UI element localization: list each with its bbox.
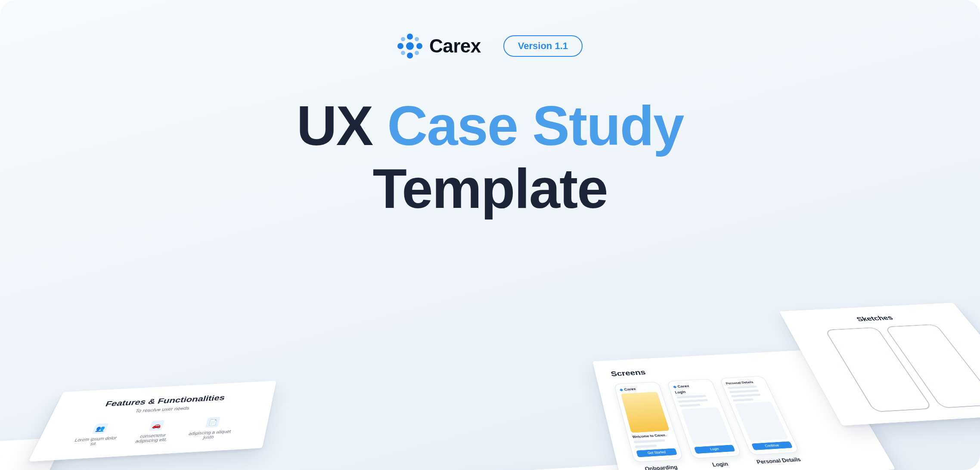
card-features: Features & Functionalities To resolve us…: [28, 380, 276, 461]
hero-line2: Template: [372, 157, 607, 220]
phone-caption: Login: [695, 460, 746, 469]
phone-cta: Get Started: [636, 448, 677, 457]
phone-headline: Personal Details: [726, 380, 763, 385]
feature-item: 🚗 consectetur adipiscing elit.: [129, 419, 180, 444]
car-icon: 🚗: [149, 420, 165, 431]
document-icon: 📄: [205, 417, 220, 428]
hero-line1-dark: UX: [297, 94, 388, 157]
phone-caption: Personal Details: [753, 457, 805, 465]
phone-brand: Carex: [619, 386, 656, 392]
users-icon: 👥: [92, 423, 109, 434]
phone-cta: Continue: [751, 441, 793, 450]
card-stage: g elit. Nunc sagittis entum. Features & …: [0, 186, 980, 470]
sketches-title: Sketches: [797, 312, 952, 326]
hero-title: UX Case Study Template: [297, 95, 684, 220]
feature-item: 👥 Lorem ipsum dolor sit.: [71, 422, 124, 447]
phone-headline: Login: [674, 389, 712, 394]
promo-frame: Carex Version 1.1 UX Case Study Template…: [0, 0, 980, 470]
feature-label: adipiscing a aliquet justo: [186, 429, 232, 441]
feature-label: Lorem ipsum dolor sit.: [71, 436, 118, 448]
phone-caption: Onboarding: [636, 464, 687, 470]
version-badge: Version 1.1: [503, 35, 583, 57]
phone-headline: Welcome to Carex.: [632, 433, 672, 439]
phone-mock: Carex Welcome to Carex. Get Started: [614, 382, 684, 463]
card-floor: g elit. Nunc sagittis entum. Features & …: [0, 294, 980, 470]
header: Carex Version 1.1: [397, 34, 583, 59]
features-columns: 👥 Lorem ipsum dolor sit. 🚗 consectetur a…: [52, 415, 253, 448]
feature-label: consectetur adipiscing elit.: [129, 432, 175, 444]
brand-logo: Carex: [397, 34, 481, 59]
phone-cta: Login: [694, 445, 735, 454]
brand-name: Carex: [429, 35, 481, 57]
sketch-wires: [804, 323, 980, 414]
feature-item: 📄 adipiscing a aliquet justo: [186, 416, 235, 441]
logo-icon: [397, 34, 422, 59]
hero-line1-accent: Case Study: [387, 94, 683, 157]
phone-brand: Carex: [673, 383, 710, 389]
